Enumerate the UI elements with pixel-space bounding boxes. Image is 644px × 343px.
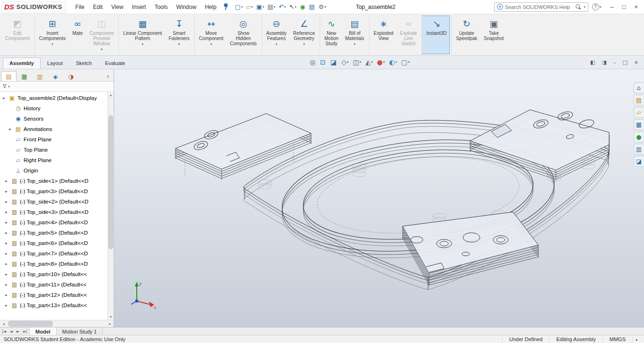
tree-item[interactable]: ▸ ▧ (-) Top_part<13> (Default<< [0,300,107,310]
tree-item[interactable]: ▸ ▧ (-) Top_part<6> (Default<<D [0,238,107,248]
search-input[interactable] [505,4,573,10]
print-button[interactable]: ▤ ▾ [266,3,277,11]
panel-expand-chevron-icon[interactable]: › [107,73,113,81]
graphics-area[interactable]: x y ⌂▤▱▦●▥◪ [114,69,644,327]
expand-arrow-icon[interactable]: ▸ [4,303,9,308]
options-toggle-button[interactable]: ◉ [298,3,307,11]
edit-appearance-icon[interactable]: ● ▾ [375,58,386,66]
linear-component-pattern-button[interactable]: ▦ Linear Component Pattern ▾ [118,16,165,54]
tree-item[interactable]: ▸ ▧ (-) Top_part<5> (Default<<D [0,228,107,238]
settings-button[interactable]: ⚙ ▾ [317,3,328,11]
expand-arrow-icon[interactable]: ▸ [4,293,9,297]
show-hidden-components-button[interactable]: ◎ Show Hidden Components [227,16,260,54]
tab-scroll-button[interactable]: ► [15,329,21,334]
tree-item[interactable]: ▸ ▧ (-) Top_part<7> (Default<<D [0,248,107,259]
exploded-view-button[interactable]: ∗ Exploded View [369,16,397,54]
tab-scroll-button[interactable]: ◄ [8,329,15,334]
help-caret-icon[interactable]: ▾ [600,5,602,9]
expand-arrow-icon[interactable]: ▸ [4,241,9,245]
zoom-to-fit-icon[interactable]: ◎ [308,58,317,66]
tree-item[interactable]: ▸ ▧ (-) Top_side<3> (Default<<D [0,207,107,217]
save-button[interactable]: ▣ ▾ [255,3,265,11]
scroll-left-icon[interactable]: ◄ [0,322,7,326]
magnifier-icon[interactable] [575,4,581,10]
view-settings-icon[interactable]: ▢ ▾ [400,58,411,66]
scroll-up-icon[interactable]: ▲ [109,92,113,98]
expand-arrow-icon[interactable]: ▸ [4,199,9,204]
tab-evaluate[interactable]: Evaluate [99,57,132,69]
task-list-button[interactable]: ▤ [307,3,316,11]
view-orientation-icon[interactable]: ◇ ▾ [340,58,350,66]
tree-item[interactable]: ▸ ▧ (-) Top_part<3> (Default<<D [0,186,107,196]
scroll-down-icon[interactable]: ▼ [109,314,113,320]
configurationmanager-tab[interactable]: ▥ [32,71,48,81]
tree-item[interactable]: ▸ ▧ (-) Top_part<11> (Default<< [0,279,107,290]
insert-components-button[interactable]: ⊞ Insert Components ▾ [34,16,69,54]
move-component-button[interactable]: ↔ Move Component ▾ [194,16,227,54]
expand-arrow-icon[interactable]: ▸ [4,210,9,214]
tree-filter-bar[interactable]: ∇ ▾ [0,82,114,92]
smart-fasteners-button[interactable]: ↧ Smart Fasteners ▾ [165,16,193,54]
apply-scene-icon[interactable]: ◐ ▾ [388,58,398,66]
tree-item[interactable]: ◷ History [0,103,107,114]
solidworks-forum-icon[interactable]: ◪ [634,156,644,167]
instant3d-button[interactable]: ↘ Instant3D [421,16,450,54]
maximize-button[interactable]: □ [618,2,630,11]
scrollbar-thumb[interactable] [8,321,53,327]
tree-item[interactable]: ▱ Right Plane [0,155,107,165]
tab-scroll-button[interactable]: |◄ [0,329,8,334]
pane-next-button[interactable]: ◨ [599,59,609,66]
scrollbar-thumb[interactable] [108,115,113,249]
expand-arrow-icon[interactable]: ▸ [4,272,9,277]
menu-item[interactable]: Tools [150,1,172,13]
document-minimize-button[interactable]: – [611,59,619,66]
expand-arrow-icon[interactable]: ▸ [4,230,9,235]
tab-motion-study-1[interactable]: Motion Study 1 [57,327,103,335]
expand-arrow-icon[interactable]: ▸ [4,282,9,287]
tree-item[interactable]: ▸ ▣ Top_assemble2 (Default<Display [0,93,107,103]
expand-arrow-icon[interactable]: ▸ [4,179,9,183]
status-caret-icon[interactable]: ▴ [632,335,640,343]
undo-button[interactable]: ↶ ▾ [277,3,287,11]
tree-item[interactable]: ▸ ▧ (-) Top_part<4> (Default<<D [0,217,107,228]
expand-arrow-icon[interactable]: ▸ [4,261,9,266]
expand-arrow-icon[interactable]: ▸ [4,189,9,194]
design-library-icon[interactable]: ▤ [634,95,644,106]
component-preview-window-button[interactable]: ◫ Component Preview Window ▾ [86,16,117,54]
tree-item[interactable]: ▸ ▧ (-) Top_side<1> (Default<<D [0,176,107,186]
tree-vertical-scrollbar[interactable]: ▲ ▼ [107,92,114,320]
dimxpertmanager-tab[interactable]: ◈ [48,71,63,81]
expand-arrow-icon[interactable]: ▸ [8,127,13,131]
pin-icon[interactable] [223,3,229,11]
assembly-features-button[interactable]: ⊖ Assembly Features ▾ [262,16,290,54]
tree-item[interactable]: ◉ Sensors [0,114,107,124]
scroll-right-icon[interactable]: ► [107,322,114,326]
tab-scroll-button[interactable]: ►| [21,329,29,334]
scrollbar-track[interactable] [108,98,114,314]
document-restore-button[interactable]: □ [619,59,630,66]
tree-horizontal-scrollbar[interactable]: ◄ ► [0,320,114,327]
propertymanager-tab[interactable]: ▦ [17,71,32,81]
menu-item[interactable]: Window [172,1,201,13]
menu-item[interactable]: Help [200,1,221,13]
display-style-icon[interactable]: ◫ ▾ [351,58,363,66]
expand-arrow-icon[interactable]: ▸ [4,220,9,225]
document-close-button[interactable]: × [631,59,641,66]
solidworks-resources-icon[interactable]: ⌂ [634,82,644,93]
zoom-to-area-icon[interactable]: ⊡ [319,58,328,66]
appearances-scenes-icon[interactable]: ● [634,131,644,142]
hide-show-items-icon[interactable]: ◭ ▾ [364,58,374,66]
expand-arrow-icon[interactable]: ▸ [4,251,9,256]
tree-item[interactable]: ▸ ▧ (-) Top_part<8> (Default<<D [0,259,107,269]
section-view-icon[interactable]: ◪ [329,58,339,66]
tree-item[interactable]: ▸ ▤ Annotations [0,124,107,134]
bill-of-materials-button[interactable]: ▤ Bill of Materials ▾ [342,16,368,54]
tab-model[interactable]: Model [30,327,57,335]
search-scope-caret-icon[interactable]: ▾ [584,5,586,9]
model-wireframe[interactable]: x y [114,69,644,327]
edit-component-button[interactable]: ◩ Edit Component [2,16,33,54]
menu-item[interactable]: File [71,1,89,13]
open-button[interactable]: ▱ ▾ [245,3,255,11]
mate-button[interactable]: ∞ Mate [69,16,86,54]
tab-layout[interactable]: Layout [41,57,69,69]
